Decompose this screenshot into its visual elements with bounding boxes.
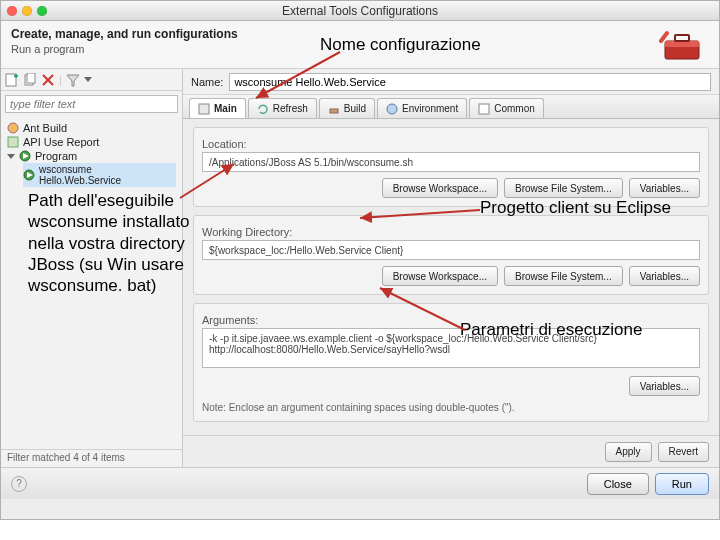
- tab-build[interactable]: Build: [319, 98, 375, 118]
- args-variables-button[interactable]: Variables...: [629, 376, 700, 396]
- toolbox-icon: [659, 27, 705, 63]
- location-input[interactable]: [202, 152, 700, 172]
- duplicate-config-icon[interactable]: [23, 73, 37, 87]
- name-input[interactable]: [229, 73, 711, 91]
- run-button[interactable]: Run: [655, 473, 709, 495]
- tab-refresh[interactable]: Refresh: [248, 98, 317, 118]
- location-variables-button[interactable]: Variables...: [629, 178, 700, 198]
- program-child-icon: [23, 169, 35, 181]
- config-list-pane: | Ant Build API Use Report: [1, 69, 183, 467]
- workdir-browse-filesystem-button[interactable]: Browse File System...: [504, 266, 623, 286]
- refresh-tab-icon: [257, 103, 269, 115]
- tab-environment[interactable]: Environment: [377, 98, 467, 118]
- delete-config-icon[interactable]: [41, 73, 55, 87]
- program-icon: [19, 150, 31, 162]
- tree-item-api[interactable]: API Use Report: [7, 135, 176, 149]
- location-browse-workspace-button[interactable]: Browse Workspace...: [382, 178, 498, 198]
- config-detail-pane: Name: Main Refresh Build Environment Com…: [183, 69, 719, 467]
- apply-button[interactable]: Apply: [605, 442, 652, 462]
- svg-marker-10: [67, 75, 79, 86]
- main-tab-panel: Location: Browse Workspace... Browse Fil…: [183, 119, 719, 435]
- workdir-label: Working Directory:: [202, 226, 700, 238]
- dialog-footer: ? Close Run: [1, 467, 719, 499]
- close-button[interactable]: Close: [587, 473, 649, 495]
- header-subtitle: Run a program: [11, 43, 709, 55]
- help-icon[interactable]: ?: [11, 476, 27, 492]
- titlebar: External Tools Configurations: [1, 1, 719, 21]
- env-tab-icon: [386, 103, 398, 115]
- dialog-header: Create, manage, and run configurations R…: [1, 21, 719, 69]
- tree-item-selected[interactable]: wsconsume Hello.Web.Service: [23, 163, 176, 187]
- workdir-input[interactable]: [202, 240, 700, 260]
- new-config-icon[interactable]: [5, 73, 19, 87]
- svg-point-11: [8, 123, 18, 133]
- filter-dropdown-icon[interactable]: [84, 77, 92, 82]
- svg-rect-17: [199, 104, 209, 114]
- content-area: | Ant Build API Use Report: [1, 69, 719, 467]
- tab-common[interactable]: Common: [469, 98, 544, 118]
- svg-rect-18: [330, 109, 338, 113]
- svg-rect-7: [27, 73, 35, 83]
- location-label: Location:: [202, 138, 700, 150]
- workdir-variables-button[interactable]: Variables...: [629, 266, 700, 286]
- location-browse-filesystem-button[interactable]: Browse File System...: [504, 178, 623, 198]
- revert-button[interactable]: Revert: [658, 442, 709, 462]
- name-label: Name:: [191, 76, 223, 88]
- tab-main[interactable]: Main: [189, 98, 246, 118]
- args-label: Arguments:: [202, 314, 700, 326]
- filter-status: Filter matched 4 of 4 items: [1, 449, 182, 467]
- header-title: Create, manage, and run configurations: [11, 27, 709, 41]
- config-tree[interactable]: Ant Build API Use Report Program wsconsu…: [1, 117, 182, 449]
- dialog-window: External Tools Configurations Create, ma…: [0, 0, 720, 520]
- tree-item-ant[interactable]: Ant Build: [7, 121, 176, 135]
- panel-footer: Apply Revert: [183, 435, 719, 467]
- filter-input[interactable]: [5, 95, 178, 113]
- location-group: Location: Browse Workspace... Browse Fil…: [193, 127, 709, 207]
- svg-point-19: [387, 104, 397, 114]
- workdir-group: Working Directory: Browse Workspace... B…: [193, 215, 709, 295]
- svg-rect-20: [479, 104, 489, 114]
- workdir-browse-workspace-button[interactable]: Browse Workspace...: [382, 266, 498, 286]
- svg-rect-2: [675, 35, 689, 41]
- svg-rect-12: [8, 137, 18, 147]
- ant-icon: [7, 122, 19, 134]
- common-tab-icon: [478, 103, 490, 115]
- window-title: External Tools Configurations: [1, 4, 719, 18]
- name-row: Name:: [183, 69, 719, 95]
- tree-item-program[interactable]: Program: [7, 149, 176, 163]
- report-icon: [7, 136, 19, 148]
- filter-box: [1, 91, 182, 117]
- filter-config-icon[interactable]: [66, 73, 80, 87]
- args-group: Arguments: Variables... Note: Enclose an…: [193, 303, 709, 422]
- tabs: Main Refresh Build Environment Common: [183, 95, 719, 119]
- main-tab-icon: [198, 103, 210, 115]
- expand-icon[interactable]: [7, 154, 15, 159]
- build-tab-icon: [328, 103, 340, 115]
- args-input[interactable]: [202, 328, 700, 368]
- list-toolbar: |: [1, 69, 182, 91]
- args-note: Note: Enclose an argument containing spa…: [202, 402, 700, 413]
